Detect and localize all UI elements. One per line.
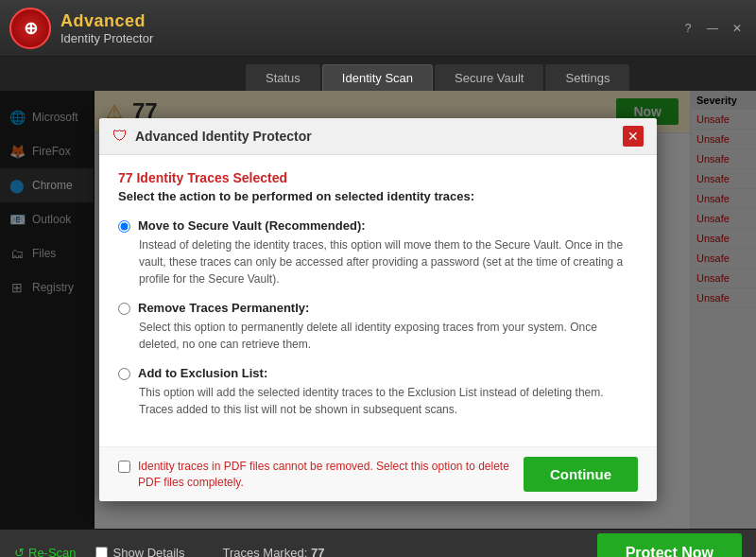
tab-secure-vault[interactable]: Secure Vault xyxy=(435,64,543,91)
modal-shield-icon: 🛡 xyxy=(112,128,128,145)
modal-headline-black: Select the action to be performed on sel… xyxy=(118,189,638,203)
title-bar: ⊕ Advanced Identity Protector ? — ✕ xyxy=(0,0,756,57)
rescan-icon: ↺ xyxy=(14,546,25,557)
option-exclusion-radio[interactable] xyxy=(118,368,130,380)
nav-bar: Status Identity Scan Secure Vault Settin… xyxy=(0,57,756,91)
option-exclusion-text: Add to Exclusion List: xyxy=(138,366,267,380)
pdf-notice-text: Identity traces in PDF files cannot be r… xyxy=(138,459,512,491)
app-title-sub: Identity Protector xyxy=(60,31,153,45)
pdf-checkbox[interactable] xyxy=(118,461,130,473)
show-details-area: Show Details xyxy=(95,546,185,557)
app-window: ⊕ Advanced Identity Protector ? — ✕ Stat… xyxy=(0,0,756,557)
option-move-vault-text: Move to Secure Vault (Recommended): xyxy=(138,218,366,233)
modal-footer: Identity traces in PDF files cannot be r… xyxy=(99,446,657,501)
app-title-text: Advanced Identity Protector xyxy=(60,11,153,45)
show-details-checkbox[interactable] xyxy=(95,547,108,557)
option-remove-text: Remove Traces Permanently: xyxy=(138,301,309,315)
tab-settings[interactable]: Settings xyxy=(545,64,629,91)
option-move-vault-label[interactable]: Move to Secure Vault (Recommended): xyxy=(118,218,638,233)
traces-count: 77 xyxy=(311,546,324,557)
modal-body: 77 Identity Traces Selected Select the a… xyxy=(99,155,657,446)
modal-title: Advanced Identity Protector xyxy=(135,129,615,144)
continue-button[interactable]: Continue xyxy=(524,457,638,492)
modal-dialog: 🛡 Advanced Identity Protector ✕ 77 Ident… xyxy=(99,118,657,501)
option-remove-radio[interactable] xyxy=(118,303,130,315)
app-title-main: Advanced xyxy=(60,11,153,31)
rescan-button[interactable]: ↺ Re-Scan xyxy=(14,546,77,557)
option-move-vault-radio[interactable] xyxy=(118,220,130,233)
option-remove-label[interactable]: Remove Traces Permanently: xyxy=(118,301,638,315)
close-button[interactable]: ✕ xyxy=(728,19,747,38)
help-button[interactable]: ? xyxy=(679,19,697,38)
modal-close-button[interactable]: ✕ xyxy=(623,126,644,147)
option-move-vault-desc: Instead of deleting the identity traces,… xyxy=(139,236,638,287)
tab-identity-scan[interactable]: Identity Scan xyxy=(322,64,433,91)
modal-overlay: 🛡 Advanced Identity Protector ✕ 77 Ident… xyxy=(0,91,756,529)
option-exclusion-desc: This option will add the selected identi… xyxy=(139,384,638,418)
option-remove-permanently: Remove Traces Permanently: Select this o… xyxy=(118,301,638,353)
option-exclusion-label[interactable]: Add to Exclusion List: xyxy=(118,366,638,380)
traces-marked-label: Traces Marked: xyxy=(222,546,307,557)
traces-marked: Traces Marked: 77 xyxy=(222,546,324,557)
modal-headline-red: 77 Identity Traces Selected xyxy=(118,170,638,185)
title-bar-controls: ? — ✕ xyxy=(679,19,747,38)
app-logo: ⊕ xyxy=(9,8,51,49)
show-details-label: Show Details xyxy=(113,546,185,557)
pdf-notice-area: Identity traces in PDF files cannot be r… xyxy=(118,459,512,491)
option-move-vault: Move to Secure Vault (Recommended): Inst… xyxy=(118,218,638,287)
option-remove-desc: Select this option to permanently delete… xyxy=(139,319,638,353)
tab-status[interactable]: Status xyxy=(246,64,320,91)
protect-now-button[interactable]: Protect Now xyxy=(597,533,742,558)
rescan-label: Re-Scan xyxy=(28,546,77,557)
minimize-button[interactable]: — xyxy=(703,19,722,38)
bottom-bar: ↺ Re-Scan Show Details Traces Marked: 77… xyxy=(0,529,756,557)
main-content: 🌐 Microsoft 🦊 FireFox ⬤ Chrome 📧 Outlook… xyxy=(0,91,756,529)
modal-header: 🛡 Advanced Identity Protector ✕ xyxy=(99,118,657,155)
option-add-exclusion: Add to Exclusion List: This option will … xyxy=(118,366,638,418)
